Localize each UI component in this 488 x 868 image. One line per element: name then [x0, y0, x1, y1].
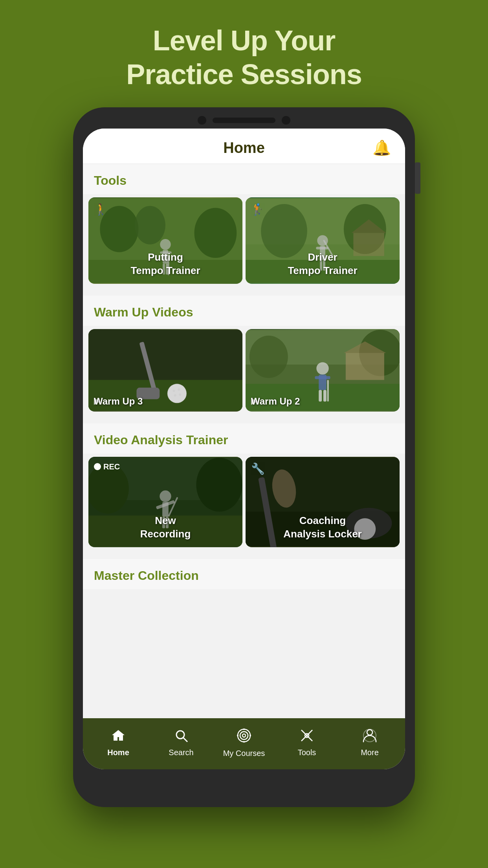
- analysis-section: Video Analysis Trainer: [83, 423, 405, 553]
- master-section-header: Master Collection: [83, 559, 405, 589]
- coaching-analysis-card[interactable]: 🔧 CoachingAnalysis Locker: [246, 457, 400, 547]
- svg-point-73: [250, 735, 251, 736]
- svg-point-69: [242, 734, 246, 737]
- svg-point-77: [367, 730, 372, 735]
- camera-dot: [198, 116, 206, 125]
- tools-icon: [300, 728, 314, 746]
- warmup3-card[interactable]: ▶ Warm Up 3: [88, 329, 242, 412]
- nav-more[interactable]: More: [338, 728, 401, 757]
- warmup-section-header: Warm Up Videos: [83, 296, 405, 326]
- svg-line-66: [183, 738, 187, 742]
- analysis-section-title: Video Analysis Trainer: [94, 433, 228, 447]
- nav-search-label: Search: [169, 748, 193, 757]
- warmup3-label: Warm Up 3: [94, 396, 143, 407]
- speaker-bar: [213, 118, 275, 123]
- analysis-cards-grid: REC NewRecording: [83, 454, 405, 553]
- putting-card-label: PuttingTempo Trainer: [88, 251, 242, 278]
- notification-bell-icon[interactable]: 🔔: [372, 139, 391, 156]
- nav-home-label: Home: [107, 748, 129, 757]
- rec-label: REC: [103, 462, 120, 471]
- phone-shell: Home 🔔 Tools: [73, 107, 415, 807]
- search-icon: [174, 728, 188, 746]
- master-content-placeholder: [83, 589, 405, 601]
- volume-button: [415, 162, 420, 194]
- bottom-nav: Home Search: [83, 718, 405, 769]
- tools-section-title: Tools: [94, 173, 127, 188]
- nav-mycourses-label: My Courses: [223, 749, 265, 758]
- driver-tempo-trainer-card[interactable]: 🏌️ DriverTempo Trainer: [246, 197, 400, 284]
- background-title: Level Up Your Practice Sessions: [126, 24, 361, 92]
- svg-point-68: [240, 732, 248, 739]
- nav-search[interactable]: Search: [150, 728, 213, 757]
- master-section: Master Collection: [83, 559, 405, 601]
- coaching-card-label: CoachingAnalysis Locker: [246, 514, 400, 541]
- coaching-tool-icon: 🔧: [251, 462, 265, 475]
- warmup2-label: Warm Up 2: [251, 396, 300, 407]
- scroll-content[interactable]: Tools: [83, 164, 405, 718]
- warmup-section-title: Warm Up Videos: [94, 305, 193, 319]
- nav-tools[interactable]: Tools: [275, 728, 338, 757]
- phone-top-bar: [73, 107, 415, 129]
- rec-dot: [94, 463, 101, 470]
- putting-tempo-trainer-card[interactable]: 🚶 PuttingTempo Trainer: [88, 197, 242, 284]
- warmup-cards-grid: ▶ Warm Up 3: [83, 326, 405, 417]
- new-recording-card[interactable]: REC NewRecording: [88, 457, 242, 547]
- tools-section-header: Tools: [83, 164, 405, 194]
- putting-golfer-icon: 🚶: [94, 203, 108, 216]
- mycourses-icon: [236, 728, 252, 747]
- camera-dot-2: [282, 116, 290, 125]
- rec-badge: REC: [94, 462, 120, 471]
- phone-screen: Home 🔔 Tools: [83, 129, 405, 769]
- analysis-section-header: Video Analysis Trainer: [83, 423, 405, 454]
- master-section-title: Master Collection: [94, 568, 199, 583]
- warmup-section: Warm Up Videos: [83, 296, 405, 417]
- svg-point-71: [243, 741, 245, 743]
- svg-point-70: [243, 728, 245, 730]
- warmup2-card[interactable]: ▶ Warm Up 2: [246, 329, 400, 412]
- tools-section: Tools: [83, 164, 405, 289]
- driver-golfer-icon: 🏌️: [251, 203, 265, 216]
- nav-home[interactable]: Home: [87, 728, 150, 757]
- home-icon: [111, 728, 125, 746]
- more-person-icon: [363, 728, 377, 746]
- app-header: Home 🔔: [83, 129, 405, 164]
- nav-tools-label: Tools: [298, 748, 316, 757]
- driver-card-label: DriverTempo Trainer: [246, 251, 400, 278]
- tools-cards-grid: 🚶 PuttingTempo Trainer: [83, 194, 405, 289]
- svg-point-65: [176, 731, 184, 739]
- nav-more-label: More: [361, 748, 379, 757]
- svg-point-72: [237, 735, 238, 736]
- newrec-card-label: NewRecording: [88, 514, 242, 541]
- nav-mycourses[interactable]: My Courses: [213, 728, 275, 758]
- header-title: Home: [223, 140, 265, 156]
